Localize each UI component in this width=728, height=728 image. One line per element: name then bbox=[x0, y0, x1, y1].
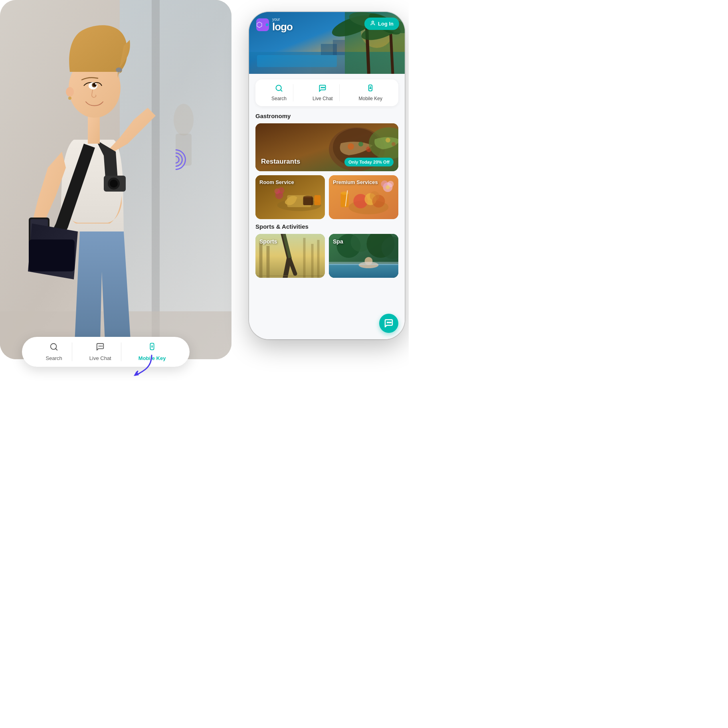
premium-services-label: Premium Services bbox=[333, 179, 378, 186]
svg-point-77 bbox=[370, 191, 380, 201]
qa-search[interactable]: Search bbox=[265, 84, 293, 101]
qa-mobilekey-label: Mobile Key bbox=[359, 96, 382, 101]
svg-rect-87 bbox=[267, 246, 270, 278]
svg-rect-42 bbox=[333, 40, 345, 55]
qa-key-icon bbox=[366, 84, 374, 94]
sports-card[interactable]: Sports bbox=[255, 234, 325, 278]
wifi-arc-3 bbox=[161, 145, 190, 174]
qa-livechat-label: Live Chat bbox=[313, 96, 333, 101]
logo-your-text: your bbox=[272, 18, 293, 22]
logo-name-text: logo bbox=[272, 22, 293, 32]
bottom-nav-bar: Search Live Chat Mobile Key bbox=[22, 337, 190, 367]
qa-search-icon bbox=[275, 84, 283, 94]
search-icon bbox=[49, 342, 58, 354]
svg-point-13 bbox=[68, 97, 71, 100]
room-service-card[interactable]: Room Service bbox=[255, 175, 325, 219]
svg-point-11 bbox=[116, 67, 122, 72]
gastronomy-title: Gastronomy bbox=[255, 113, 398, 119]
svg-point-62 bbox=[392, 142, 396, 146]
svg-point-50 bbox=[324, 87, 325, 88]
chat-fab-button[interactable] bbox=[379, 314, 398, 333]
phone-header: your logo Log In bbox=[249, 12, 405, 74]
spa-card[interactable]: Spa bbox=[329, 234, 398, 278]
svg-point-102 bbox=[389, 322, 390, 323]
quick-actions-bar: Search Live Chat bbox=[255, 79, 398, 106]
nav-livechat-label: Live Chat bbox=[89, 355, 111, 361]
login-label: Log In bbox=[378, 21, 394, 27]
svg-point-61 bbox=[386, 138, 390, 142]
sports-label: Sports bbox=[259, 238, 277, 245]
svg-rect-68 bbox=[315, 195, 321, 205]
svg-rect-78 bbox=[341, 193, 349, 207]
svg-point-84 bbox=[386, 185, 390, 189]
qa-chat-icon bbox=[318, 84, 326, 94]
logo-icon bbox=[256, 18, 269, 31]
phone-logo: your logo bbox=[256, 18, 293, 32]
phone-content: Search Live Chat bbox=[249, 74, 405, 339]
phone-mockup: your logo Log In bbox=[249, 12, 405, 339]
svg-line-21 bbox=[55, 348, 57, 350]
nav-item-live-chat[interactable]: Live Chat bbox=[83, 342, 121, 361]
svg-point-45 bbox=[372, 21, 374, 23]
gastronomy-row: Room Service bbox=[255, 175, 398, 219]
spa-label: Spa bbox=[333, 238, 343, 245]
svg-line-37 bbox=[391, 34, 393, 74]
svg-point-48 bbox=[321, 87, 322, 88]
chat-icon bbox=[96, 342, 105, 354]
sports-row: Sports bbox=[255, 234, 398, 278]
svg-rect-6 bbox=[29, 239, 75, 271]
nav-item-search[interactable]: Search bbox=[40, 342, 72, 361]
svg-point-52 bbox=[370, 88, 371, 89]
background-photo bbox=[0, 0, 231, 359]
restaurants-label: Restaurants bbox=[261, 158, 300, 166]
restaurants-card[interactable]: Restaurants Only Today 20% Off bbox=[255, 123, 398, 171]
svg-point-67 bbox=[303, 196, 313, 199]
login-button[interactable]: Log In bbox=[364, 18, 399, 30]
svg-rect-1 bbox=[120, 0, 231, 359]
user-icon bbox=[370, 20, 376, 27]
svg-rect-40 bbox=[257, 55, 337, 67]
svg-point-103 bbox=[390, 322, 391, 323]
svg-point-49 bbox=[322, 87, 323, 88]
svg-rect-100 bbox=[329, 262, 398, 265]
svg-point-9 bbox=[110, 180, 118, 188]
svg-point-57 bbox=[348, 143, 354, 150]
svg-point-18 bbox=[174, 104, 194, 136]
svg-point-101 bbox=[387, 322, 388, 323]
svg-line-47 bbox=[281, 90, 282, 91]
qa-mobilekey[interactable]: Mobile Key bbox=[352, 84, 389, 101]
svg-rect-2 bbox=[152, 0, 160, 359]
nav-search-label: Search bbox=[46, 355, 62, 361]
svg-rect-86 bbox=[259, 242, 263, 278]
room-service-label: Room Service bbox=[259, 179, 294, 186]
svg-point-71 bbox=[278, 187, 285, 194]
svg-point-58 bbox=[358, 142, 363, 146]
wifi-signal bbox=[160, 144, 192, 176]
svg-point-17 bbox=[95, 83, 97, 85]
svg-point-44 bbox=[266, 24, 269, 26]
restaurants-badge: Only Today 20% Off bbox=[344, 158, 394, 166]
premium-services-card[interactable]: Premium Services bbox=[329, 175, 398, 219]
qa-search-label: Search bbox=[271, 96, 287, 101]
svg-point-27 bbox=[152, 346, 152, 347]
svg-point-12 bbox=[66, 87, 74, 97]
arrow-indicator bbox=[128, 351, 160, 385]
qa-livechat[interactable]: Live Chat bbox=[306, 84, 340, 101]
logo-text: your logo bbox=[272, 18, 293, 32]
svg-rect-90 bbox=[311, 244, 314, 278]
svg-rect-91 bbox=[317, 240, 320, 278]
sports-activities-title: Sports & Activities bbox=[255, 223, 398, 230]
svg-rect-89 bbox=[303, 238, 306, 278]
